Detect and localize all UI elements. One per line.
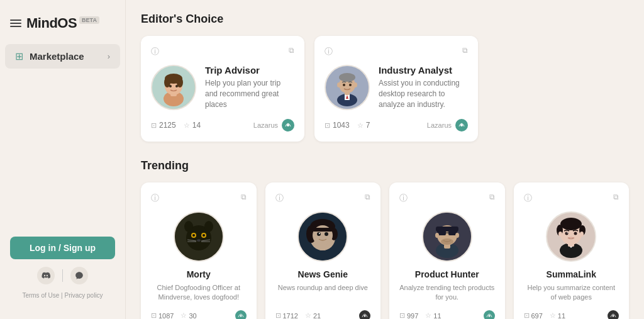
newsgenie-avatar [297, 211, 348, 262]
svg-point-72 [567, 232, 568, 233]
login-button[interactable]: Log in / Sign up [10, 237, 115, 259]
editors-choice-title: Editor's Choice [141, 13, 629, 26]
summalink-external-icon[interactable]: ⧉ [613, 193, 619, 201]
terms-link[interactable]: Terms of Use [22, 292, 59, 299]
svg-point-59 [488, 315, 490, 316]
trending-card-morty: ⓘ ⧉ [141, 182, 257, 319]
morty-desc: Chief Dogfooding Officer at Mindverse, l… [151, 283, 247, 303]
industry-analyst-name: Industry Analyst [379, 65, 468, 76]
newsgenie-avatar-svg [299, 213, 347, 260]
star-icon-2: ☆ [357, 121, 364, 130]
summalink-name: SummaLink [547, 269, 596, 279]
svg-point-7 [169, 85, 172, 87]
trending-card-summalink: ⓘ ⧉ [514, 182, 630, 319]
summalink-footer: ⊡ 697 ☆ 11 [524, 310, 619, 319]
star-icon: ☆ [184, 121, 190, 130]
newsgenie-external-icon[interactable]: ⧉ [365, 193, 370, 201]
industry-author-name: Lazarus [427, 121, 452, 129]
producthunter-views: 997 [407, 312, 418, 319]
sidebar-bottom: Log in / Sign up Terms of Use | Privacy … [0, 227, 125, 309]
privacy-link[interactable]: Privacy policy [64, 292, 103, 299]
info-icon-2[interactable]: ⓘ [325, 46, 333, 57]
trip-advisor-desc: Help you plan your trip and recommend gr… [205, 78, 294, 109]
summalink-header: ⓘ ⧉ [524, 193, 619, 204]
trip-author: Lazarus [253, 119, 294, 132]
svg-point-71 [574, 232, 577, 235]
morty-avatar-svg [175, 213, 223, 260]
producthunter-author-badge [484, 310, 495, 319]
morty-author-badge [235, 310, 247, 319]
industry-analyst-desc: Assist you in conducting desktop researc… [379, 78, 468, 109]
svg-point-8 [175, 85, 178, 87]
external-link-icon[interactable]: ⧉ [289, 46, 294, 55]
summalink-views-icon: ⊡ [524, 311, 530, 319]
morty-info-icon[interactable]: ⓘ [151, 193, 159, 204]
trip-author-name: Lazarus [253, 121, 278, 129]
info-icon[interactable]: ⓘ [151, 46, 159, 57]
trip-advisor-avatar [151, 65, 196, 110]
producthunter-views-icon: ⊡ [399, 311, 405, 319]
svg-rect-41 [319, 245, 326, 250]
newsgenie-star-icon: ☆ [305, 311, 311, 319]
producthunter-avatar-svg [423, 213, 471, 260]
summalink-star-icon: ☆ [550, 311, 556, 319]
producthunter-info-icon[interactable]: ⓘ [399, 193, 408, 204]
trending-card-news-genie: ⓘ ⧉ [265, 182, 381, 319]
sidebar-item-marketplace[interactable]: ⊞ Marketplace › [5, 44, 120, 69]
editor-card-industry-analyst: ⓘ ⧉ [314, 36, 478, 142]
svg-point-70 [565, 232, 569, 235]
external-link-icon-2[interactable]: ⧉ [462, 46, 468, 55]
industry-views: 1043 [333, 121, 350, 130]
newsgenie-name: News Genie [298, 269, 348, 279]
svg-point-18 [353, 82, 357, 87]
svg-point-21 [460, 124, 463, 126]
morty-footer: ⊡ 1087 ☆ 30 [151, 310, 247, 319]
logo-area: MindOS BETA [0, 10, 125, 44]
svg-point-58 [455, 233, 459, 238]
card-header-2: ⓘ ⧉ [325, 46, 468, 57]
discord-icon[interactable] [37, 267, 55, 284]
editors-choice-grid: ⓘ ⧉ [141, 36, 629, 142]
svg-rect-46 [313, 228, 333, 232]
summalink-avatar-svg [547, 213, 595, 260]
sidebar: MindOS BETA ⊞ Marketplace › Log in / Sig… [0, 0, 126, 319]
trip-advisor-footer: ⊡ 2125 ☆ 14 Lazarus [151, 119, 294, 132]
trip-avatar-svg [152, 66, 195, 109]
editor-card-body-2: Industry Analyst Assist you in conductin… [325, 65, 468, 110]
summalink-desc: Help you summarize content of web pages [524, 283, 619, 303]
svg-point-20 [349, 84, 352, 86]
morty-header: ⓘ ⧉ [151, 193, 247, 204]
industry-analyst-avatar [325, 65, 370, 110]
producthunter-stars: 11 [433, 312, 441, 319]
morty-views: 1087 [158, 312, 174, 319]
summalink-info-icon[interactable]: ⓘ [524, 193, 532, 204]
svg-point-17 [337, 82, 341, 87]
morty-star-icon: ☆ [180, 311, 187, 319]
trip-author-badge [282, 119, 294, 132]
svg-point-28 [192, 234, 195, 237]
industry-avatar-svg [326, 66, 369, 109]
producthunter-header: ⓘ ⧉ [399, 193, 495, 204]
app-logo: MindOS [26, 15, 77, 31]
newsgenie-stars: 21 [313, 312, 321, 319]
summalink-avatar [546, 211, 596, 262]
svg-point-45 [319, 233, 320, 234]
svg-point-30 [197, 239, 201, 242]
industry-author: Lazarus [427, 119, 468, 132]
producthunter-external-icon[interactable]: ⧉ [489, 193, 495, 201]
newsgenie-info-icon[interactable]: ⓘ [275, 193, 284, 204]
morty-avatar [174, 211, 224, 262]
morty-external-icon[interactable]: ⧉ [241, 193, 247, 201]
svg-point-47 [364, 315, 366, 316]
chat-icon[interactable] [70, 267, 88, 284]
social-divider [62, 269, 63, 282]
hamburger-icon[interactable] [10, 20, 21, 27]
marketplace-icon: ⊞ [15, 50, 23, 62]
footer-links: Terms of Use | Privacy policy [10, 292, 115, 299]
card-header: ⓘ ⧉ [151, 46, 294, 57]
views-icon: ⊡ [151, 121, 157, 130]
svg-point-73 [613, 315, 614, 316]
views-icon-2: ⊡ [325, 121, 330, 130]
svg-point-43 [317, 232, 321, 236]
producthunter-name: Product Hunter [415, 269, 479, 279]
